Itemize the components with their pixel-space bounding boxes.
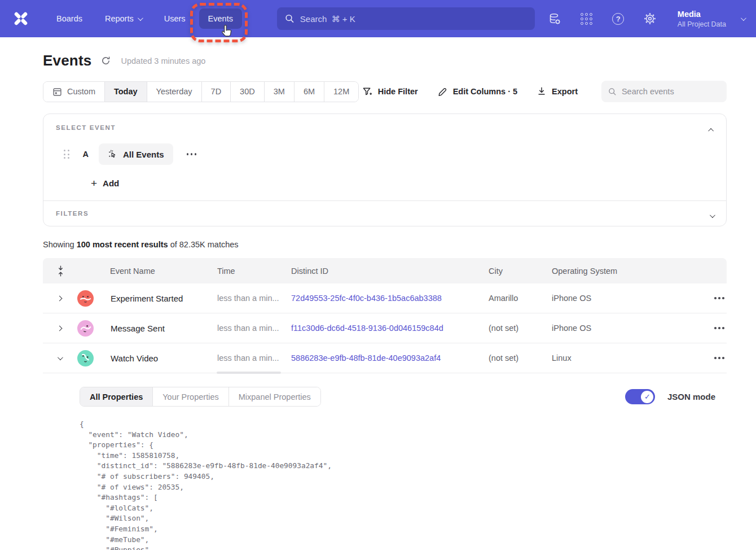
event-avatar	[77, 320, 94, 337]
event-name: Message Sent	[111, 324, 165, 333]
refresh-icon[interactable]	[100, 55, 112, 67]
download-icon	[537, 86, 547, 97]
column-header-time[interactable]: Time	[217, 267, 291, 276]
date-range-control: Custom Today Yesterday 7D 30D 3M 6M 12M	[43, 81, 359, 102]
event-detail-panel: All Properties Your Properties Mixpanel …	[43, 373, 727, 550]
json-mode-toggle[interactable]: ✓	[625, 389, 655, 404]
navbar-right: ? Media All Project Data	[548, 9, 745, 29]
toggle-check-icon: ✓	[641, 391, 653, 403]
table-header-row: Event Name Time Distinct ID City Operati…	[43, 258, 727, 283]
table-row: Experiment Started less than a min... 72…	[43, 283, 727, 313]
row-menu-button[interactable]	[711, 294, 728, 303]
expand-collapse-all-icon[interactable]	[43, 265, 74, 277]
search-events-input[interactable]	[622, 87, 720, 96]
chevron-down-icon	[138, 15, 143, 21]
export-button[interactable]: Export	[537, 86, 578, 97]
chevron-down-icon	[741, 15, 746, 21]
nav-item-boards[interactable]: Boards	[47, 8, 91, 29]
distinct-id-link[interactable]: 5886283e-e9fb-48fb-81de-40e9093a2af4	[291, 353, 441, 363]
nav-item-users[interactable]: Users	[155, 8, 195, 29]
mixpanel-logo-icon[interactable]	[11, 9, 30, 28]
results-summary: Showing 100 most recent results of 82.35…	[43, 240, 727, 249]
collapse-section-button[interactable]	[710, 124, 714, 134]
apps-grid-icon[interactable]	[579, 11, 594, 26]
search-icon	[285, 14, 295, 24]
event-city: (not set)	[489, 324, 552, 333]
nav-item-reports[interactable]: Reports	[96, 8, 151, 29]
table-row: Message Sent less than a min... f11c30d6…	[43, 313, 727, 343]
event-time: less than a min...	[217, 324, 291, 333]
project-selector[interactable]: Media All Project Data	[678, 9, 745, 29]
event-avatar	[77, 350, 94, 366]
tab-all-properties[interactable]: All Properties	[80, 387, 153, 406]
distinct-id-link[interactable]: 72d49553-25fc-4f0c-b436-1b5ac6ab3388	[291, 294, 442, 303]
expand-filters-button[interactable]	[710, 210, 714, 220]
query-builder-card: SELECT EVENT A All Events	[43, 114, 727, 226]
date-range-today[interactable]: Today	[105, 82, 147, 102]
edit-columns-button[interactable]: Edit Columns · 5	[437, 86, 517, 97]
event-selection-row: A All Events	[56, 143, 714, 165]
drag-handle[interactable]	[64, 150, 69, 159]
event-os: Linux	[552, 353, 661, 363]
pencil-icon	[437, 86, 448, 97]
date-range-30d[interactable]: 30D	[231, 82, 265, 102]
event-time: less than a min...	[217, 353, 291, 363]
table-row-expanded: Watch Video less than a min... 5886283e-…	[43, 343, 727, 373]
properties-tabs: All Properties Your Properties Mixpanel …	[80, 387, 321, 407]
event-city: (not set)	[489, 353, 552, 363]
settings-gear-icon[interactable]	[643, 11, 657, 26]
date-range-custom[interactable]: Custom	[43, 82, 105, 102]
column-header-distinct-id[interactable]: Distinct ID	[291, 267, 489, 276]
events-table: Event Name Time Distinct ID City Operati…	[43, 258, 727, 550]
event-row-menu-button[interactable]	[183, 150, 200, 159]
add-event-button[interactable]: + Add	[91, 178, 714, 188]
search-icon	[608, 87, 617, 97]
distinct-id-link[interactable]: f11c30d6-dc6d-4518-9136-0d046159c84d	[291, 324, 443, 333]
filters-label: FILTERS	[56, 210, 714, 217]
search-events-box[interactable]	[601, 81, 727, 102]
project-scope: All Project Data	[678, 20, 726, 29]
event-os: iPhone OS	[552, 294, 661, 303]
date-range-3m[interactable]: 3M	[265, 82, 295, 102]
event-json-content: { "event": "Watch Video", "properties": …	[80, 419, 727, 550]
column-header-os[interactable]: Operating System	[552, 267, 661, 276]
nav-item-events[interactable]: Events	[199, 8, 242, 29]
plus-icon: +	[91, 180, 97, 187]
event-name: Watch Video	[111, 353, 158, 363]
top-navbar: Boards Reports Users Events	[0, 0, 756, 37]
hide-filter-button[interactable]: Hide Filter	[362, 86, 418, 97]
expand-row-button[interactable]	[43, 296, 74, 300]
column-header-event-name[interactable]: Event Name	[74, 267, 217, 276]
event-time: less than a min...	[217, 294, 291, 303]
json-mode-label: JSON mode	[667, 392, 715, 401]
filter-funnel-icon	[362, 86, 373, 97]
table-toolbar: Hide Filter Edit Columns · 5 Export	[362, 81, 727, 102]
date-range-yesterday[interactable]: Yesterday	[147, 82, 202, 102]
tab-mixpanel-properties[interactable]: Mixpanel Properties	[229, 387, 320, 406]
date-range-6m[interactable]: 6M	[295, 82, 324, 102]
last-updated-text: Updated 3 minutes ago	[121, 56, 205, 66]
date-range-12m[interactable]: 12M	[324, 82, 358, 102]
global-search[interactable]	[277, 7, 535, 30]
project-name: Media	[678, 9, 726, 20]
event-city: Amarillo	[489, 294, 552, 303]
event-row-letter: A	[83, 150, 89, 159]
select-event-label: SELECT EVENT	[56, 124, 714, 131]
event-avatar	[77, 290, 94, 307]
event-picker-button[interactable]: All Events	[99, 143, 173, 165]
date-range-7d[interactable]: 7D	[202, 82, 231, 102]
event-name: Experiment Started	[111, 294, 183, 303]
row-menu-button[interactable]	[711, 324, 728, 333]
expand-row-button[interactable]	[43, 326, 74, 330]
help-icon[interactable]: ?	[611, 11, 626, 26]
row-menu-button[interactable]	[711, 353, 728, 363]
primary-nav: Boards Reports Users Events	[47, 8, 242, 29]
column-header-city[interactable]: City	[489, 267, 552, 276]
magic-cursor-icon	[108, 149, 118, 159]
data-management-icon[interactable]	[548, 11, 562, 26]
calendar-icon	[52, 87, 62, 97]
global-search-input[interactable]	[300, 14, 527, 24]
tab-your-properties[interactable]: Your Properties	[153, 387, 228, 406]
event-os: iPhone OS	[552, 324, 661, 333]
collapse-row-button[interactable]	[43, 356, 74, 360]
